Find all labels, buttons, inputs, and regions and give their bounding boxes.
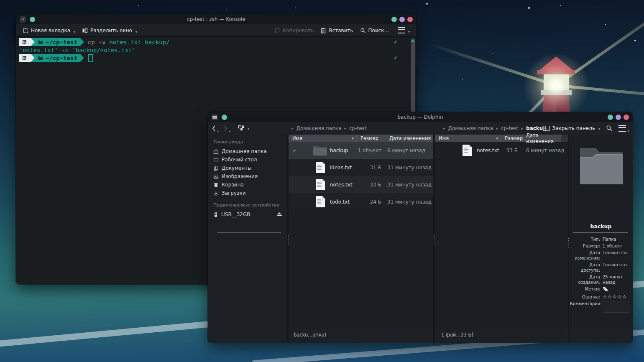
hamburger-icon xyxy=(618,125,626,132)
sidebar-item-documents[interactable]: Документы xyxy=(208,164,287,172)
copy-icon xyxy=(274,28,280,33)
view-mode-button[interactable]: ▾ xyxy=(238,125,249,132)
sidebar-item-label: Корзина xyxy=(222,182,244,188)
prompt-path: ~/cp-test xyxy=(46,39,77,46)
pin-window-button[interactable] xyxy=(30,17,35,22)
column-header-modified[interactable]: Дата изменения xyxy=(523,135,561,142)
info-modified-label: Дата изменения: xyxy=(570,250,600,261)
sidebar-item-usb[interactable]: USB__32GB xyxy=(208,210,287,219)
konsole-app-icon[interactable]: > xyxy=(20,16,26,23)
prompt-path-segment: ~/cp-test xyxy=(31,54,84,62)
dolphin-titlebar[interactable]: backup — Dolphin xyxy=(208,112,633,122)
file-row-todo[interactable]: todo.txt 24 Б 31 минуту назад xyxy=(289,193,433,210)
sort-arrow-icon: ▾ xyxy=(352,136,354,140)
info-type-value: Папка xyxy=(603,237,632,242)
home-icon xyxy=(213,149,219,154)
file-row-ideas[interactable]: ideas.txt 31 Б 31 минуту назад xyxy=(289,159,433,176)
dolphin-app-icon[interactable] xyxy=(212,114,218,120)
new-tab-label: Новая вкладка xyxy=(31,28,70,33)
check-icon: ✔ xyxy=(394,54,397,61)
konsole-titlebar[interactable]: > cp-test : zsh — Konsole xyxy=(16,14,417,24)
minimize-button[interactable] xyxy=(608,115,613,120)
scrollbar-marker-icon xyxy=(411,39,414,42)
file-modified: 6 минут назад xyxy=(526,142,564,159)
info-size-label: Размер: xyxy=(570,243,600,249)
command-program: cp xyxy=(88,39,95,46)
chevron-down-icon: ▾ xyxy=(217,130,219,133)
terminal-line-1: ~/cp-test cp -v notes.txt backup/ ✔ xyxy=(17,38,416,46)
info-tags-value[interactable] xyxy=(603,286,632,293)
file-size: 33 Б xyxy=(485,142,518,159)
info-created-label: Дата создания: xyxy=(570,274,600,285)
back-icon xyxy=(212,125,216,132)
maximize-button[interactable] xyxy=(399,17,405,22)
breadcrumb-left: ▸ Домашняя папка ▸ cp-test xyxy=(291,122,367,135)
view-mode-icon xyxy=(238,125,245,132)
column-header-name[interactable]: Имя ▾ xyxy=(435,135,501,142)
chevron-down-icon: ▾ xyxy=(74,30,75,34)
places-section-header: Точки входа xyxy=(208,135,287,147)
file-modified: 31 минуту назад xyxy=(387,193,432,210)
file-row-notes[interactable]: notes.txt 33 Б 31 минуту назад xyxy=(289,176,433,193)
copy-button[interactable]: Копировать xyxy=(271,25,316,36)
info-details: Тип: Папка Размер: 1 объект Дата изменен… xyxy=(570,237,632,313)
maximize-button[interactable] xyxy=(616,115,621,120)
dolphin-toolbar: ▾ ▾ ▾ ▸ Домашняя папка ▸ cp-test ▸ xyxy=(208,122,633,135)
close-button[interactable] xyxy=(624,115,629,120)
rating-stars[interactable]: ☆☆☆☆☆ xyxy=(603,294,632,300)
forward-button[interactable]: ▾ xyxy=(224,125,230,132)
crumb-cp-test[interactable]: cp-test xyxy=(501,125,519,131)
close-panel-button[interactable]: Закрыть панель ▾ xyxy=(543,125,600,131)
paste-button[interactable]: Вставить xyxy=(318,25,355,36)
comment-box[interactable] xyxy=(603,301,630,313)
sidebar-item-home[interactable]: Домашняя папка xyxy=(208,147,287,156)
splitter-handle-icon xyxy=(288,235,289,246)
konsole-menu-button[interactable]: ▾ xyxy=(396,25,412,36)
back-button[interactable]: ▾ xyxy=(212,125,219,132)
search-icon[interactable] xyxy=(606,125,613,132)
pin-window-button[interactable] xyxy=(222,115,227,120)
sidebar-item-label: Рабочий стол xyxy=(222,157,257,163)
sidebar-item-trash[interactable]: Корзина xyxy=(208,181,287,189)
column-header-size[interactable]: Размер xyxy=(357,135,384,142)
column-header-size[interactable]: Размер xyxy=(501,135,523,142)
crumb-home[interactable]: Домашняя папка xyxy=(296,125,342,131)
sidebar-item-images[interactable]: Изображения xyxy=(208,172,287,181)
expand-arrow-icon[interactable]: ▸ xyxy=(294,142,296,159)
chevron-down-icon: ▾ xyxy=(135,30,137,34)
sidebar-item-downloads[interactable]: Загрузки xyxy=(208,189,287,197)
dolphin-window-title: backup — Dolphin xyxy=(208,114,633,120)
distro-icon xyxy=(22,56,27,61)
column-header-modified[interactable]: Дата изменения xyxy=(384,135,433,142)
file-row-backup[interactable]: ▸ backup 1 объект 6 минут назад xyxy=(289,142,433,159)
file-size: 24 Б xyxy=(347,193,381,210)
new-tab-button[interactable]: Новая вкладка ▾ xyxy=(20,25,78,36)
paste-label: Вставить xyxy=(329,28,353,33)
information-panel: backup Тип: Папка Размер: 1 объект Дата … xyxy=(569,135,633,343)
folder-icon xyxy=(312,145,328,156)
file-row-notes[interactable]: notes.txt 33 Б 6 минут назад xyxy=(435,142,569,159)
file-icon xyxy=(315,161,325,173)
search-button[interactable]: Поиск... xyxy=(358,25,391,36)
close-button[interactable] xyxy=(407,17,413,22)
crumb-arrow-icon: ▸ xyxy=(521,126,524,130)
usb-drive-icon xyxy=(213,212,218,217)
info-type-label: Тип: xyxy=(570,237,600,242)
crumb-home[interactable]: Домашняя папка xyxy=(448,125,493,131)
minimize-button[interactable] xyxy=(391,17,397,22)
tag-add-icon xyxy=(603,286,608,292)
split-window-button[interactable]: Разделить окно ▾ xyxy=(79,25,140,36)
file-icon xyxy=(462,144,472,156)
prompt-path: ~/cp-test xyxy=(46,55,77,61)
new-tab-icon xyxy=(23,28,28,33)
terminal-line-2: 'notes.txt' -> 'backup/notes.txt' xyxy=(17,46,416,54)
crumb-cp-test[interactable]: cp-test xyxy=(349,125,367,131)
desktop: { "icons": { "crumb": "▸", "caret": "▾",… xyxy=(0,0,644,362)
dolphin-menu-button[interactable]: ▾ xyxy=(618,125,629,132)
eject-icon[interactable] xyxy=(277,212,282,217)
sidebar-item-desktop[interactable]: Рабочий стол xyxy=(208,156,287,164)
column-header-name[interactable]: Имя ▾ xyxy=(289,135,357,142)
check-icon: ✔ xyxy=(394,38,397,45)
file-size: 31 Б xyxy=(347,159,381,176)
folder-icon xyxy=(38,40,43,44)
